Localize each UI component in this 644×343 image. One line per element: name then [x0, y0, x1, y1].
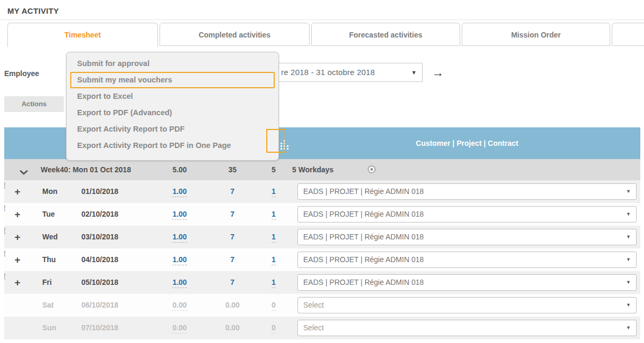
project-select-value: Select	[303, 323, 324, 332]
menu-item-export-to-pdf-advanced[interactable]: Export to PDF (Advanced)	[67, 105, 278, 121]
collapse-week-icon[interactable]	[20, 168, 28, 177]
chevron-down-icon	[626, 275, 631, 290]
days-value[interactable]: 0	[255, 317, 292, 339]
project-select[interactable]: Select	[297, 320, 637, 336]
days-value[interactable]: 1	[255, 203, 292, 226]
project-select-value: EADS | PROJET | Régie ADMIN 018	[303, 255, 424, 264]
add-line-button[interactable]	[13, 203, 22, 226]
table-row-wed: Wed 03/10/2018 1.00 7 1 EADS | PROJET | …	[4, 226, 640, 248]
table-row-tue: Tue 02/10/2018 1.00 7 1 EADS | PROJET | …	[4, 203, 640, 226]
week-summary-row: Week40: Mon 01 Oct 2018 5.00 35 5 5 Work…	[4, 159, 640, 180]
days-value[interactable]: 0	[255, 294, 292, 317]
day-label: Fri	[42, 271, 52, 294]
chevron-down-icon	[626, 320, 631, 336]
hours-value[interactable]: 7	[214, 180, 251, 203]
table-row-mon: Mon 01/10/2018 1.00 7 1 EADS | PROJET | …	[4, 180, 640, 203]
title-separator	[0, 20, 644, 20]
project-select-value: EADS | PROJET | Régie ADMIN 018	[303, 210, 424, 218]
menu-item-export-activity-report-to-pdf[interactable]: Export Activity Report to PDF	[67, 121, 278, 137]
info-icon[interactable]	[4, 228, 5, 234]
add-line-button[interactable]	[13, 180, 22, 203]
menu-item-export-to-excel[interactable]: Export to Excel	[67, 88, 278, 105]
date-label: 05/10/2018	[81, 271, 118, 294]
date-label: 04/10/2018	[81, 248, 118, 271]
next-period-arrow-button[interactable]	[432, 64, 447, 80]
date-label: 03/10/2018	[81, 226, 118, 248]
table-row-sun: Sun 07/10/2018 0.00 0.00 0 Select	[4, 317, 640, 339]
hours-value[interactable]: 7	[214, 203, 251, 226]
chevron-down-icon	[411, 63, 417, 81]
meal-vouchers-value[interactable]: 1.00	[161, 248, 198, 271]
table-row-thu: Thu 04/10/2018 1.00 7 1 EADS | PROJET | …	[4, 248, 640, 271]
employee-label: Employee	[4, 69, 39, 78]
date-label: 06/10/2018	[81, 294, 118, 317]
hours-value[interactable]: 7	[214, 271, 251, 294]
chevron-down-icon	[626, 298, 631, 313]
week-days-total: 5	[255, 159, 292, 180]
days-value[interactable]: 1	[255, 180, 292, 203]
week-meal-vouchers-total: 5.00	[161, 159, 198, 180]
assignment-column-header: Customer | Project | Contract	[297, 127, 637, 159]
meal-vouchers-value[interactable]: 1.00	[161, 180, 198, 203]
days-value[interactable]: 1	[255, 271, 292, 294]
date-label: 02/10/2018	[81, 203, 118, 226]
chevron-down-icon	[626, 229, 631, 245]
menu-item-submit-for-approval[interactable]: Submit for approval	[67, 55, 278, 72]
days-value[interactable]: 1	[255, 226, 292, 248]
period-select-value: re 2018 - 31 octobre 2018	[281, 63, 375, 81]
day-label: Wed	[42, 226, 58, 248]
hours-value[interactable]: 7	[214, 226, 251, 248]
meal-vouchers-value[interactable]: 0.00	[161, 294, 198, 317]
tab-completed-activities[interactable]: Completed activities	[160, 23, 310, 46]
project-select-value: EADS | PROJET | Régie ADMIN 018	[303, 233, 424, 241]
add-line-button[interactable]	[13, 226, 22, 248]
project-select-value: EADS | PROJET | Régie ADMIN 018	[303, 187, 424, 196]
project-select-value: Select	[303, 301, 324, 309]
project-select[interactable]: Select	[297, 297, 637, 313]
week-hours-total: 35	[214, 159, 251, 180]
chevron-down-icon	[626, 207, 631, 222]
day-label: Sun	[42, 317, 56, 339]
highlight-annotation-meal-vouchers	[70, 72, 275, 88]
days-value[interactable]: 1	[255, 248, 292, 271]
project-select[interactable]: EADS | PROJET | Régie ADMIN 018	[297, 229, 637, 245]
info-icon[interactable]	[4, 251, 5, 257]
page-title: MY ACTIVITY	[7, 6, 59, 15]
tab-partial[interactable]	[612, 23, 644, 46]
info-icon[interactable]	[4, 273, 5, 280]
hours-value[interactable]: 0.00	[214, 294, 251, 317]
tab-mission-order[interactable]: Mission Order	[462, 23, 610, 46]
add-line-button[interactable]	[13, 248, 22, 271]
chevron-down-icon	[626, 184, 631, 199]
meal-vouchers-value[interactable]: 1.00	[161, 226, 198, 248]
highlight-annotation-chart-icon	[266, 129, 286, 153]
project-select[interactable]: EADS | PROJET | Régie ADMIN 018	[297, 274, 637, 291]
hours-value[interactable]: 0.00	[214, 317, 251, 339]
info-icon[interactable]	[4, 205, 5, 211]
hours-value[interactable]: 7	[214, 248, 251, 271]
meal-vouchers-value[interactable]: 1.00	[161, 271, 198, 294]
meal-vouchers-value[interactable]: 1.00	[161, 203, 198, 226]
workdays-radio[interactable]	[368, 165, 376, 173]
actions-button[interactable]: Actions	[4, 96, 64, 112]
table-row-sat: Sat 06/10/2018 0.00 0.00 0 Select	[4, 294, 640, 317]
tab-timesheet[interactable]: Timesheet	[7, 23, 158, 47]
day-label: Mon	[42, 180, 58, 203]
project-select-value: EADS | PROJET | Régie ADMIN 018	[303, 278, 424, 286]
my-activity-screen: MY ACTIVITY Timesheet Completed activiti…	[0, 0, 644, 343]
day-label: Tue	[42, 203, 55, 226]
date-label: 01/10/2018	[81, 180, 118, 203]
date-label: 07/10/2018	[81, 317, 118, 339]
menu-item-export-activity-report-to-pdf-one-page[interactable]: Export Activity Report to PDF in One Pag…	[67, 137, 278, 154]
actions-menu: Submit for approval Submit my meal vouch…	[66, 52, 279, 161]
week-label: Week40: Mon 01 Oct 2018	[41, 159, 131, 180]
meal-vouchers-value[interactable]: 0.00	[161, 317, 198, 339]
chevron-down-icon	[626, 252, 631, 267]
tab-forecasted-activities[interactable]: Forecasted activities	[311, 23, 460, 46]
project-select[interactable]: EADS | PROJET | Régie ADMIN 018	[297, 252, 637, 268]
day-label: Thu	[42, 248, 56, 271]
project-select[interactable]: EADS | PROJET | Régie ADMIN 018	[297, 206, 637, 223]
add-line-button[interactable]	[13, 271, 22, 294]
info-icon[interactable]	[4, 182, 5, 189]
project-select[interactable]: EADS | PROJET | Régie ADMIN 018	[297, 183, 637, 200]
